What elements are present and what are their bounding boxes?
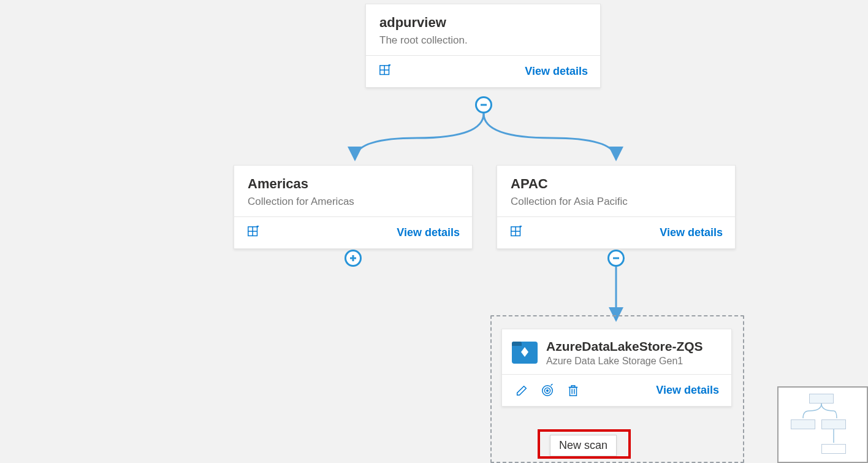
view-details-link[interactable]: View details: [397, 226, 460, 239]
svg-rect-27: [571, 386, 575, 388]
collection-subtitle: Collection for Asia Pacific: [511, 196, 721, 208]
card-header: adpurview The root collection.: [366, 4, 600, 55]
footer-actions: [514, 383, 581, 398]
expand-toggle-americas[interactable]: [345, 250, 362, 267]
card-footer: View details: [502, 374, 731, 406]
data-source-title: AzureDataLakeStore-ZQS: [546, 338, 703, 354]
footer-actions: [246, 225, 261, 240]
footer-actions: [509, 225, 524, 240]
card-footer: View details: [366, 55, 600, 87]
data-source-subtitle: Azure Data Lake Storage Gen1: [546, 356, 703, 367]
card-header: Americas Collection for Americas: [234, 166, 472, 216]
edit-icon[interactable]: [514, 383, 529, 398]
grid-add-icon[interactable]: [246, 225, 261, 240]
view-details-link[interactable]: View details: [660, 226, 723, 239]
grid-add-icon[interactable]: [378, 64, 393, 78]
svg-rect-23: [570, 387, 577, 396]
data-lake-icon: [512, 342, 538, 364]
collection-title: Americas: [248, 175, 459, 193]
minimap[interactable]: [777, 386, 868, 463]
view-details-link[interactable]: View details: [656, 384, 719, 397]
svg-line-22: [551, 384, 554, 386]
delete-icon[interactable]: [566, 383, 581, 398]
data-source-card: AzureDataLakeStore-ZQS Azure Data Lake S…: [501, 329, 732, 407]
card-header: AzureDataLakeStore-ZQS Azure Data Lake S…: [502, 329, 731, 374]
svg-point-21: [547, 390, 549, 392]
root-subtitle: The root collection.: [379, 34, 587, 47]
new-scan-tooltip: New scan: [550, 435, 617, 456]
card-footer: View details: [234, 216, 472, 248]
root-title: adpurview: [379, 14, 587, 32]
collection-card-apac: APAC Collection for Asia Pacific View de…: [497, 165, 736, 249]
scan-target-icon[interactable]: [540, 383, 555, 398]
view-details-link[interactable]: View details: [525, 65, 588, 78]
collapse-toggle-root[interactable]: [475, 96, 492, 113]
collection-subtitle: Collection for Americas: [248, 196, 459, 208]
data-text: AzureDataLakeStore-ZQS Azure Data Lake S…: [546, 338, 703, 367]
collection-title: APAC: [511, 175, 721, 193]
canvas: adpurview The root collection. View deta…: [0, 0, 868, 463]
collection-card-americas: Americas Collection for Americas View de…: [234, 165, 473, 249]
root-collection-card: adpurview The root collection. View deta…: [365, 4, 601, 88]
grid-add-icon[interactable]: [509, 225, 524, 240]
card-header: APAC Collection for Asia Pacific: [497, 166, 735, 216]
card-footer: View details: [497, 216, 735, 248]
footer-actions: [378, 64, 393, 78]
collapse-toggle-apac[interactable]: [607, 250, 625, 267]
